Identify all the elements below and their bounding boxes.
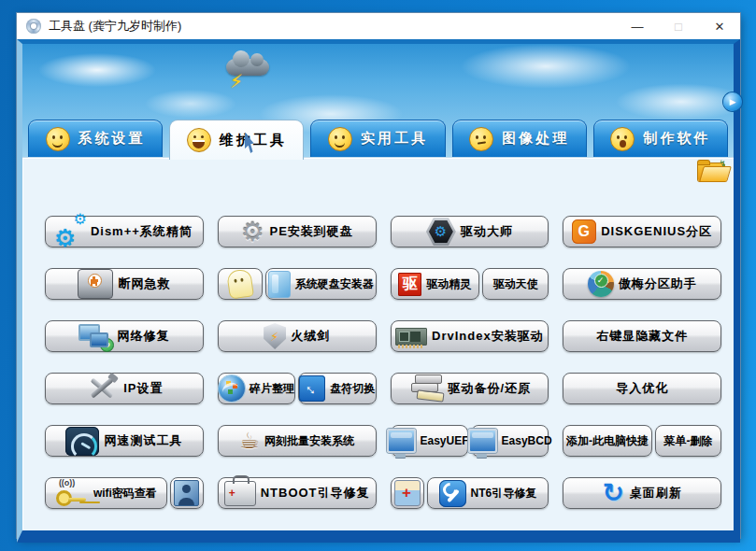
tool-button-pe-install[interactable]: ⚙ PE安装到硬盘: [218, 216, 377, 247]
grid-cell: 网速测试工具: [45, 425, 204, 457]
tool-button-label: 碎片整理: [250, 381, 294, 397]
circuit-card-icon: [395, 328, 427, 346]
hexagon-gear-icon: ⚙: [426, 218, 456, 246]
software-box-icon: [268, 271, 291, 298]
tool-button-easybcd[interactable]: EasyBCD: [471, 425, 549, 457]
grid-cell: DrvIndex安装驱动: [391, 320, 549, 352]
grid-cell: ⚙ ⚙ Dism++系统精简: [45, 216, 204, 247]
grid-cell: 右键显隐藏文件: [563, 320, 721, 352]
tool-button-toggle-hidden-files[interactable]: 右键显隐藏文件: [563, 320, 721, 352]
red-qu-icon: 驱: [398, 273, 421, 296]
blue-gears-icon: ⚙ ⚙: [54, 215, 88, 248]
tool-button-driver-master[interactable]: ⚙ 驱动大师: [391, 216, 549, 247]
smiley-surprised-icon: [610, 127, 635, 151]
tool-button-label: IP设置: [123, 380, 163, 397]
grid-cell: ↻ 桌面刷新: [563, 477, 721, 509]
close-button[interactable]: ✕: [699, 13, 740, 39]
tab-bar: 系统设置 维护工具 实用工具 图像处理 制作软件: [22, 120, 734, 157]
tab-software-making[interactable]: 制作软件: [593, 120, 728, 157]
tool-button-label: NTBOOT引导修复: [261, 485, 370, 502]
grid-cell: 驱动备份/还原: [391, 373, 549, 404]
tool-button-menu-delete[interactable]: 菜单-删除: [655, 425, 721, 457]
tab-label: 图像处理: [502, 130, 569, 148]
tool-button-speed-test[interactable]: 网速测试工具: [45, 425, 204, 457]
grid-cell: IP设置: [45, 373, 204, 404]
tool-button-drive-letter-switch[interactable]: ↔ 盘符切换: [298, 373, 376, 404]
minimize-button[interactable]: —: [617, 13, 658, 39]
lightning-icon: ⚡: [230, 70, 243, 92]
tool-button-ghost[interactable]: [218, 268, 263, 300]
tool-button-label: 网络修复: [117, 328, 169, 345]
tool-button-network-repair[interactable]: ↻ 网络修复: [45, 320, 204, 352]
grid-cell: ⚡ 火绒剑: [218, 320, 377, 352]
tool-button-first-aid[interactable]: +: [391, 477, 424, 509]
plus-mark: [91, 279, 98, 282]
network-monitors-icon: ↻: [78, 323, 112, 349]
tool-button-easyuefi[interactable]: EasyUEFI: [391, 425, 468, 457]
tab-system-settings[interactable]: 系统设置: [28, 120, 163, 157]
monitor-icon: [387, 429, 416, 453]
tool-button-aomei-partition[interactable]: 傲梅分区助手: [563, 268, 721, 300]
tool-button-label: 傲梅分区助手: [619, 276, 697, 292]
drive-switch-arrow-icon: ↔: [299, 375, 325, 402]
wifi-key-icon: ((o)): [55, 478, 89, 508]
tool-button-drvindex[interactable]: DrvIndex安装驱动: [391, 320, 549, 352]
monitor-icon: [468, 429, 497, 453]
tool-button-ntboot-repair[interactable]: + NTBOOT引导修复: [218, 477, 377, 509]
tool-button-system-disk-installer[interactable]: 系统硬盘安装器: [265, 268, 377, 300]
tool-button-driver-backup-restore[interactable]: 驱动备份/还原: [391, 373, 549, 404]
tool-button-diskgenius[interactable]: G DISKGENIUS分区: [563, 216, 721, 247]
tool-button-label: 系统硬盘安装器: [295, 276, 374, 292]
maximize-button[interactable]: □: [658, 13, 699, 39]
tab-utility-tools[interactable]: 实用工具: [310, 120, 445, 157]
grid-cell: 傲梅分区助手: [563, 268, 721, 300]
tool-button-label: 网速测试工具: [104, 432, 182, 449]
gear-glyph: ⚙: [429, 220, 453, 243]
tool-button-defrag[interactable]: 碎片整理: [218, 373, 295, 404]
tool-button-import-optimization[interactable]: 导入优化: [563, 373, 721, 404]
tool-button-label: 驱动大师: [461, 223, 513, 240]
window-body: ⚡ ▶ 系统设置 维护工具 实用工具 图: [17, 39, 740, 543]
tool-button-dism-trim[interactable]: ⚙ ⚙ Dism++系统精简: [45, 216, 204, 247]
blue-round-badge-icon: ▶: [723, 92, 742, 111]
grid-cell: ↻ 网络修复: [45, 320, 204, 352]
shield-lightning-icon: ⚡: [264, 323, 286, 349]
tool-button-nt6-repair[interactable]: NT6引导修复: [427, 477, 549, 509]
grid-cell: 系统硬盘安装器: [218, 268, 377, 300]
tool-button-add-thispc-shortcut[interactable]: 添加-此电脑快捷: [563, 425, 652, 457]
tool-button-label: 盘符切换: [330, 381, 375, 397]
tab-maintenance-tools[interactable]: 维护工具: [169, 120, 304, 160]
portrait-icon: [174, 480, 199, 506]
tab-label: 系统设置: [78, 130, 146, 148]
tool-button-huorong-sword[interactable]: ⚡ 火绒剑: [218, 320, 377, 352]
tool-button-network-rescue[interactable]: 断网急救: [45, 268, 204, 300]
tab-image-processing[interactable]: 图像处理: [452, 120, 587, 157]
grid-cell: 断网急救: [45, 268, 204, 300]
tool-button-network-clone-install[interactable]: ☕ 网刻批量安装系统: [218, 425, 377, 457]
desktop: 工具盘 (龚宁九岁时制作) — □ ✕ ⚡ ▶ 系统设置: [0, 0, 756, 551]
grid-cell: 碎片整理 ↔ 盘符切换: [218, 373, 377, 404]
window-controls: — □ ✕: [617, 13, 740, 39]
tool-button-ip-settings[interactable]: IP设置: [45, 373, 204, 404]
tool-button-desktop-refresh[interactable]: ↻ 桌面刷新: [563, 477, 721, 509]
tab-label: 制作软件: [643, 130, 710, 148]
tool-button-portrait[interactable]: [170, 477, 204, 509]
tool-button-wifi-password-view[interactable]: ((o)) wifi密码查看: [45, 477, 167, 509]
grid-cell: 导入优化: [563, 373, 721, 404]
tool-button-label: NT6引导修复: [471, 486, 537, 502]
tab-label: 实用工具: [361, 130, 428, 148]
tool-button-label: 驱动备份/还原: [449, 380, 532, 397]
grid-cell: ⚙ PE安装到硬盘: [218, 216, 377, 247]
tool-button-label: 右键显隐藏文件: [596, 328, 688, 345]
tab-content-panel: ↯ ⚙ ⚙ Dism++系统精简: [22, 157, 734, 530]
tool-button-driver-genius[interactable]: 驱 驱动精灵: [391, 268, 480, 300]
ghost-icon: [226, 268, 254, 299]
smiley-smile-icon: [46, 127, 70, 151]
smiley-smile-icon: [328, 127, 352, 151]
tool-button-label: EasyBCD: [502, 434, 552, 447]
tool-button-label: 添加-此电脑快捷: [566, 433, 649, 449]
tool-button-label: PE安装到硬盘: [270, 223, 353, 240]
cd-disc-icon: [26, 19, 41, 34]
tool-button-driver-angel[interactable]: 驱动天使: [482, 268, 549, 300]
blue-wrench-icon: [439, 480, 466, 507]
